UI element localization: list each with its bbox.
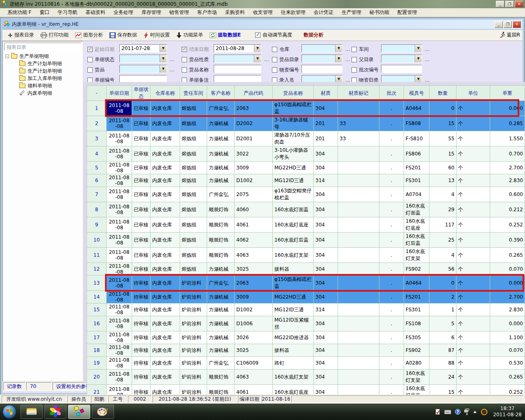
filter-combo-货品目录[interactable]: ▼ <box>301 55 342 63</box>
taskbar-clock[interactable]: 18:37 2011-08-28 <box>493 406 522 418</box>
taskbar-app-paint-app[interactable] <box>92 405 114 419</box>
cell[interactable]: MG12ID三通 <box>273 174 314 187</box>
cell[interactable]: 内废仓库 <box>151 101 180 116</box>
cell[interactable]: 2011-08-08 <box>107 344 132 357</box>
cell[interactable]: 3025 <box>235 344 273 357</box>
cell[interactable]: . <box>379 370 404 385</box>
table-row[interactable]: 172011-08-08待审核内废仓库炉前涂料力灏机械3026MG22ID推进器… <box>87 331 525 344</box>
cell[interactable]: 个 <box>457 101 490 116</box>
cell[interactable]: 个 <box>457 146 490 162</box>
cell[interactable]: 2063 <box>235 101 273 116</box>
cell[interactable]: 2011-08-08 <box>107 291 132 304</box>
cell[interactable]: 160水底灯面盖 <box>404 202 429 217</box>
cell[interactable]: 4061 <box>235 217 273 233</box>
cell[interactable]: 顺展灯饰 <box>207 370 235 385</box>
menu-item[interactable]: 销售管理 <box>165 8 193 17</box>
cell[interactable]: 2.700 <box>490 162 525 174</box>
cell[interactable]: 0.700 <box>490 146 525 162</box>
menu-item[interactable]: 配置管理 <box>393 8 421 17</box>
cell[interactable] <box>338 202 379 217</box>
cell[interactable]: 4 <box>87 146 107 162</box>
cell[interactable]: 内废仓库 <box>151 316 180 331</box>
cell[interactable]: 5 <box>429 316 457 331</box>
cell[interactable]: 个 <box>457 217 490 233</box>
cell[interactable]: 2011-08-08 <box>107 162 132 174</box>
filter-combo-货品[interactable]: ▼ <box>119 65 167 73</box>
sidebar-item-生产计划单明细[interactable]: 生产计划单明细 <box>3 67 83 75</box>
chevron-down-icon[interactable]: ▼ <box>254 55 261 62</box>
cell[interactable]: 88 <box>429 357 457 370</box>
cell[interactable]: 内废仓库 <box>151 202 180 217</box>
cell[interactable]: 6 <box>87 174 107 187</box>
cell[interactable]: 0.265 <box>490 248 525 263</box>
filter-input-物资编号[interactable] <box>301 65 342 73</box>
window-restore-icon[interactable]: ▼ <box>464 409 469 415</box>
cell[interactable]: MG12ID三通 <box>273 304 314 316</box>
column-header--[interactable]: - <box>87 86 107 101</box>
child-minimize-button[interactable]: _ <box>495 21 503 28</box>
cell[interactable]: 117 <box>429 217 457 233</box>
cell[interactable]: . <box>379 276 404 291</box>
cell[interactable]: 10 <box>87 233 107 248</box>
filter-combo-父目录[interactable]: ▼ <box>381 55 422 63</box>
cell[interactable]: 0.530 <box>490 357 525 370</box>
cell[interactable]: 拔料器 <box>273 263 314 276</box>
cell[interactable]: 314 <box>314 174 338 187</box>
table-row[interactable]: 122011-08-08已审核内废仓库熔炼组力灏机械3025拔料器304.FS9… <box>87 263 525 276</box>
filter-more-button[interactable]: ... <box>425 57 429 62</box>
cell[interactable]: D1002 <box>235 304 273 316</box>
cell[interactable]: 内废仓库 <box>151 357 180 370</box>
cell[interactable]: 2011-08-08 <box>107 116 132 131</box>
table-row[interactable]: 62011-08-08已审核内废仓库熔炼组力灏机械D1002MG12ID三通31… <box>87 174 525 187</box>
cell[interactable]: 个 <box>457 344 490 357</box>
table-row[interactable]: 72011-08-08已审核内废仓库熔炼组广州金弘2075φ163圆交帽凳仔梳栏… <box>87 187 525 202</box>
cell[interactable]: 160水底灯支架 <box>273 370 314 385</box>
filter-input-批次编号[interactable] <box>381 65 422 73</box>
cell[interactable]: 力灏机械 <box>207 146 235 162</box>
cell[interactable]: FS808 <box>404 116 429 131</box>
cell[interactable]: 3022 <box>235 146 273 162</box>
table-row[interactable]: 142011-08-08待审核内废仓库炉前涂料力灏机械3009MG22HD三通3… <box>87 291 525 304</box>
column-header-仓库名称[interactable]: 仓库名称 <box>151 86 180 101</box>
menu-item[interactable]: 业务处理 <box>110 8 137 17</box>
cell[interactable]: . <box>379 131 404 146</box>
cell[interactable]: . <box>379 291 404 304</box>
cell[interactable]: 16 <box>87 316 107 331</box>
cell[interactable]: 160水底灯支架 <box>273 248 314 263</box>
filter-more-button[interactable]: ... <box>170 57 174 62</box>
cell[interactable]: 304 <box>314 316 338 331</box>
chevron-down-icon[interactable]: ▼ <box>160 45 167 52</box>
cell[interactable]: 87 <box>429 344 457 357</box>
cell[interactable]: . <box>379 357 404 370</box>
cell[interactable]: . <box>379 146 404 162</box>
cell[interactable]: 304 <box>314 357 338 370</box>
cell[interactable]: 160水底灯底座 <box>404 217 429 233</box>
cell[interactable]: 内废仓库 <box>151 276 180 291</box>
taskbar-app-windows-explorer[interactable] <box>21 405 43 419</box>
cell[interactable]: 广州金弘 <box>207 276 235 291</box>
cell[interactable]: 2011-08-08 <box>107 146 132 162</box>
cell[interactable]: 2011-08-08 <box>107 233 132 248</box>
cell[interactable]: 0.000 <box>490 276 525 291</box>
cell[interactable]: 14 <box>87 291 107 304</box>
cell[interactable]: 广州金弘 <box>207 357 235 370</box>
cell[interactable]: . <box>379 174 404 187</box>
column-header-单重[interactable]: 单重 <box>490 86 525 101</box>
cell[interactable]: 304 <box>314 344 338 357</box>
cell[interactable]: . <box>379 248 404 263</box>
start-button[interactable] <box>2 405 16 419</box>
cell[interactable]: 2075 <box>235 187 273 202</box>
cell[interactable]: 熔炼组 <box>180 131 207 146</box>
cell[interactable]: . <box>379 233 404 248</box>
filter-more-button[interactable]: ... <box>264 57 269 62</box>
column-header-责任车间[interactable]: 责任车间 <box>180 86 207 101</box>
cell[interactable]: 炉前涂料 <box>180 344 207 357</box>
cell[interactable]: 内废仓库 <box>151 304 180 316</box>
cell[interactable]: 7 <box>87 187 107 202</box>
cell[interactable]: 熔炼组 <box>180 187 207 202</box>
cell[interactable]: D1006 <box>235 316 273 331</box>
keyboard-icon[interactable] <box>444 410 451 414</box>
cell[interactable]: 160水底灯面盖 <box>273 202 314 217</box>
cell[interactable]: 力灏机械 <box>207 344 235 357</box>
cell[interactable]: 炉前涂料 <box>180 276 207 291</box>
